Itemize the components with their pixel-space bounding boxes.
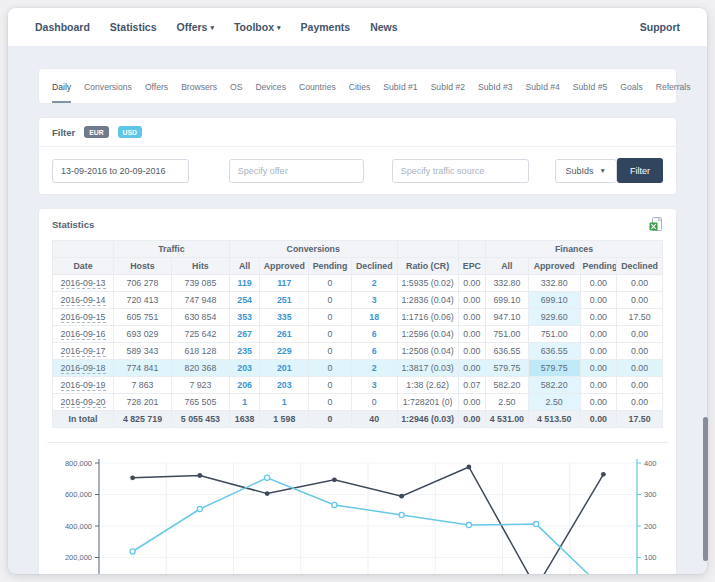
cell-pending-11: 0.00 [580, 394, 617, 411]
cell-all-9: 947.10 [486, 309, 529, 326]
vertical-scrollbar[interactable] [703, 417, 708, 561]
cell-declined-6[interactable]: 3 [351, 377, 397, 394]
cell-approved-4[interactable]: 1 [260, 394, 309, 411]
date-link[interactable]: 2016-09-20 [61, 397, 106, 408]
date-range-input[interactable] [52, 159, 189, 183]
tab-os[interactable]: OS [230, 69, 242, 103]
cell-pending-11: 0.00 [580, 292, 617, 309]
cell-pending-11: 0.00 [580, 377, 617, 394]
nav-item-news[interactable]: News [370, 21, 397, 33]
nav-item-support[interactable]: Support [640, 21, 680, 33]
tab-browsers[interactable]: Browsers [181, 69, 217, 103]
cell-approved-4[interactable]: 229 [260, 343, 309, 360]
tab-subid-4[interactable]: SubId #4 [525, 69, 559, 103]
tab-goals[interactable]: Goals [620, 69, 642, 103]
cell-date-0[interactable]: 2016-09-15 [53, 309, 114, 326]
date-link[interactable]: 2016-09-19 [61, 380, 106, 391]
cell-approved-4[interactable]: 335 [260, 309, 309, 326]
cell-hits-2: 7 923 [171, 377, 229, 394]
cell-approved-4[interactable]: 261 [260, 326, 309, 343]
cell-declined-6[interactable]: 18 [351, 309, 397, 326]
column-header-declined-6: Declined [351, 258, 397, 275]
date-link[interactable]: 2016-09-18 [61, 363, 106, 374]
cell-all-3[interactable]: 267 [229, 326, 260, 343]
cell-ratio-cr-7: 1:728201 (0) [397, 394, 458, 411]
nav-item-offers[interactable]: Offers▾ [177, 21, 214, 33]
column-header-all-9: All [486, 258, 529, 275]
cell-pending-11: 0.00 [580, 360, 617, 377]
cell-all-9: 579.75 [486, 360, 529, 377]
cell-pending-5: 0 [309, 377, 352, 394]
cell-all-3[interactable]: 235 [229, 343, 260, 360]
cell-pending-11: 0.00 [580, 309, 617, 326]
nav-item-payments[interactable]: Payments [301, 21, 351, 33]
tab-daily[interactable]: Daily [52, 69, 71, 103]
cell-declined-12: 0.00 [617, 275, 663, 292]
cell-all-3[interactable]: 119 [229, 275, 260, 292]
cell-declined-6[interactable]: 2 [351, 275, 397, 292]
column-group-traffic: Traffic [114, 241, 230, 258]
total-cell-pending-11: 0.00 [580, 411, 617, 428]
date-link[interactable]: 2016-09-17 [61, 346, 106, 357]
statistics-header: Statistics [39, 209, 676, 238]
column-header-epc-8: EPC [458, 258, 485, 275]
cell-all-3[interactable]: 1 [229, 394, 260, 411]
cell-date-0[interactable]: 2016-09-16 [53, 326, 114, 343]
tab-devices[interactable]: Devices [255, 69, 286, 103]
total-cell-pending-5: 0 [309, 411, 352, 428]
cell-date-0[interactable]: 2016-09-18 [53, 360, 114, 377]
svg-text:600,000: 600,000 [65, 490, 92, 499]
date-link[interactable]: 2016-09-15 [61, 312, 106, 323]
cell-date-0[interactable]: 2016-09-20 [53, 394, 114, 411]
column-header-declined-12: Declined [617, 258, 663, 275]
cell-declined-6[interactable]: 2 [351, 360, 397, 377]
cell-hits-2: 725 642 [171, 326, 229, 343]
traffic-source-input[interactable] [392, 159, 529, 183]
date-link[interactable]: 2016-09-13 [61, 278, 106, 289]
tab-subid-1[interactable]: SubId #1 [383, 69, 417, 103]
cell-declined-12: 0.00 [617, 326, 663, 343]
excel-export-icon[interactable] [649, 217, 663, 232]
date-link[interactable]: 2016-09-16 [61, 329, 106, 340]
offer-input[interactable] [229, 159, 364, 183]
tab-countries[interactable]: Countries [299, 69, 336, 103]
cell-declined-12: 0.00 [617, 377, 663, 394]
cell-hits-2: 765 505 [171, 394, 229, 411]
tab-conversions[interactable]: Conversions [84, 69, 132, 103]
cell-all-9: 332.80 [486, 275, 529, 292]
cell-hits-2: 747 948 [171, 292, 229, 309]
cell-declined-6[interactable]: 3 [351, 292, 397, 309]
tab-subid-3[interactable]: SubId #3 [478, 69, 512, 103]
cell-declined-6[interactable]: 6 [351, 343, 397, 360]
cell-approved-4[interactable]: 117 [260, 275, 309, 292]
tab-subid-5[interactable]: SubId #5 [573, 69, 607, 103]
nav-item-dashboard[interactable]: Dashboard [35, 21, 90, 33]
cell-epc-8: 0.00 [458, 275, 485, 292]
tab-referrals[interactable]: Referrals [656, 69, 691, 103]
subids-dropdown[interactable]: SubIds ▼ [555, 159, 617, 183]
cell-date-0[interactable]: 2016-09-14 [53, 292, 114, 309]
total-cell-approved-4: 1 598 [260, 411, 309, 428]
filter-button[interactable]: Filter [617, 158, 663, 183]
tab-cities[interactable]: Cities [349, 69, 371, 103]
currency-badge-eur[interactable]: EUR [84, 126, 108, 138]
cell-approved-4[interactable]: 201 [260, 360, 309, 377]
cell-approved-4[interactable]: 203 [260, 377, 309, 394]
currency-badge-usd[interactable]: USD [118, 126, 142, 138]
cell-all-3[interactable]: 353 [229, 309, 260, 326]
cell-epc-8: 0.00 [458, 292, 485, 309]
cell-ratio-cr-7: 1:5935 (0.02) [397, 275, 458, 292]
cell-date-0[interactable]: 2016-09-13 [53, 275, 114, 292]
cell-all-3[interactable]: 203 [229, 360, 260, 377]
tab-subid-2[interactable]: SubId #2 [431, 69, 465, 103]
nav-item-toolbox[interactable]: Toolbox▾ [234, 21, 281, 33]
cell-date-0[interactable]: 2016-09-19 [53, 377, 114, 394]
cell-all-3[interactable]: 206 [229, 377, 260, 394]
date-link[interactable]: 2016-09-14 [61, 295, 106, 306]
tab-offers[interactable]: Offers [145, 69, 168, 103]
cell-declined-6[interactable]: 6 [351, 326, 397, 343]
cell-approved-4[interactable]: 251 [260, 292, 309, 309]
nav-item-statistics[interactable]: Statistics [110, 21, 157, 33]
cell-date-0[interactable]: 2016-09-17 [53, 343, 114, 360]
cell-all-3[interactable]: 254 [229, 292, 260, 309]
